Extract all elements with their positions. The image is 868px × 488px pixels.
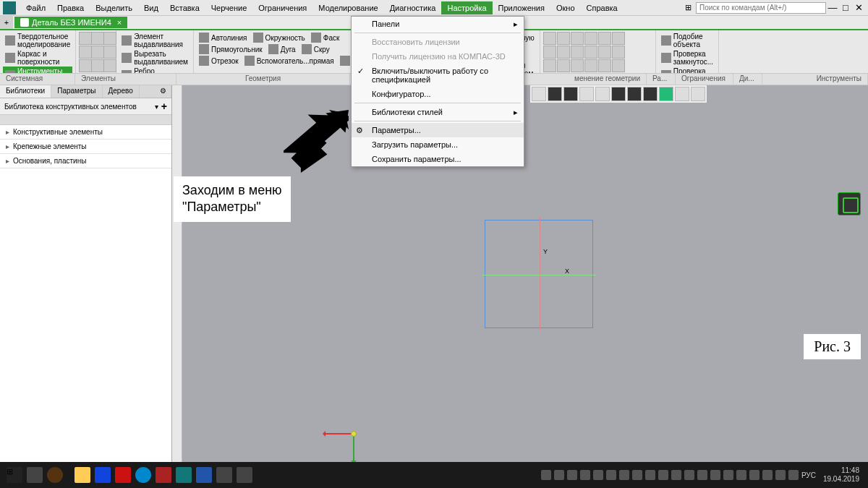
qtool-icon[interactable]: [91, 59, 104, 72]
sketch-tools-button[interactable]: Инструментыэскиза: [3, 67, 72, 74]
similar-object-button[interactable]: Подобиеобъекта: [659, 32, 715, 49]
check-closed-button[interactable]: Проверказамкнутос...: [659, 49, 715, 67]
fillet-button[interactable]: Скру: [299, 43, 332, 55]
menu-diagnostics[interactable]: Диагностика: [384, 1, 442, 14]
extrude-button[interactable]: Элементвыдавливания: [119, 32, 190, 49]
c-icon[interactable]: [598, 59, 611, 72]
sketch-plane[interactable]: Y X: [485, 220, 593, 328]
close-window-button[interactable]: ✕: [852, 2, 865, 13]
list-item[interactable]: ▸Основания, пластины: [0, 154, 171, 168]
tray-icon[interactable]: [645, 470, 655, 480]
c-icon[interactable]: [612, 59, 625, 72]
explorer-icon[interactable]: [75, 467, 90, 483]
taskbar-clock[interactable]: 11:48 19.04.2019: [819, 466, 864, 484]
qtool-icon[interactable]: [103, 32, 116, 45]
taskbar-app-icon[interactable]: [216, 467, 232, 483]
aux-line-button[interactable]: Вспомогатель...прямая: [242, 55, 336, 67]
dd-configurator[interactable]: Конфигуратор...: [352, 87, 524, 101]
menu-select[interactable]: Выделить: [90, 1, 138, 14]
c-icon[interactable]: [571, 59, 584, 72]
c-icon[interactable]: [571, 32, 584, 45]
start-button[interactable]: ⊞: [7, 467, 22, 483]
qtool-icon[interactable]: [103, 59, 116, 72]
tray-icon[interactable]: [736, 470, 746, 480]
rectangle-button[interactable]: Прямоугольник: [197, 43, 265, 55]
menu-settings[interactable]: Настройка: [441, 1, 492, 14]
view-tool-icon[interactable]: [659, 87, 673, 101]
chamfer-button[interactable]: Фаск: [309, 32, 342, 43]
tray-icon[interactable]: [671, 470, 681, 480]
menu-drawing[interactable]: Черчение: [205, 1, 253, 14]
wireframe-surfaces-button[interactable]: Каркас иповерхности: [3, 49, 72, 67]
view-tool-icon[interactable]: [548, 87, 562, 101]
maximize-button[interactable]: □: [839, 2, 852, 13]
taskbar-app-icon[interactable]: [95, 467, 111, 483]
solid-modeling-button[interactable]: Твердотельноемоделирование: [3, 32, 72, 49]
taskview-icon[interactable]: [27, 467, 43, 483]
qtool-icon[interactable]: [103, 46, 116, 59]
c-icon[interactable]: [612, 46, 625, 59]
sidebar-gear-icon[interactable]: ⚙: [156, 85, 171, 98]
menu-help[interactable]: Справка: [581, 1, 624, 14]
taskbar-app-icon[interactable]: [47, 467, 63, 483]
view-tool-icon[interactable]: [579, 87, 594, 101]
view-tool-icon[interactable]: [643, 87, 658, 101]
c-icon[interactable]: [584, 32, 597, 45]
list-item[interactable]: ▸Крепежные элементы: [0, 140, 171, 154]
qtool-icon[interactable]: [79, 59, 92, 72]
view-tool-icon[interactable]: [563, 87, 578, 101]
segment-button[interactable]: Отрезок: [197, 55, 241, 67]
dd-parameters[interactable]: ⚙Параметры...: [352, 123, 524, 137]
dd-save-params[interactable]: Сохранить параметры...: [352, 152, 524, 166]
language-indicator[interactable]: РУС: [801, 471, 816, 479]
view-tool-icon[interactable]: [611, 87, 626, 101]
view-tool-icon[interactable]: [675, 87, 689, 101]
view-tool-icon[interactable]: [691, 87, 705, 101]
sidebar-tab-libraries[interactable]: Библиотеки: [0, 85, 51, 98]
library-add-button[interactable]: +: [161, 100, 167, 112]
c-icon[interactable]: [543, 32, 556, 45]
check-closed2-button[interactable]: Проверказамкнутос...: [659, 67, 715, 74]
menu-view[interactable]: Вид: [138, 1, 164, 14]
qtool-icon[interactable]: [91, 32, 104, 45]
circle-button[interactable]: Окружность: [251, 32, 307, 43]
sidebar-tab-tree[interactable]: Дерево: [103, 85, 140, 98]
qtool-icon[interactable]: [79, 46, 92, 59]
menu-window[interactable]: Окно: [550, 1, 581, 14]
tray-icon[interactable]: [697, 470, 707, 480]
list-item[interactable]: ▸Конструктивные элементы: [0, 125, 171, 140]
menu-modeling[interactable]: Моделирование: [312, 1, 383, 14]
view-tool-icon[interactable]: [627, 87, 642, 101]
word-icon[interactable]: [196, 467, 212, 483]
c-icon[interactable]: [584, 46, 597, 59]
c-icon[interactable]: [571, 46, 584, 59]
taskbar-app-icon[interactable]: [156, 467, 171, 483]
new-doc-button[interactable]: +: [0, 16, 13, 29]
c-icon[interactable]: [543, 59, 556, 72]
dd-style-libs[interactable]: Библиотеки стилей: [352, 105, 524, 119]
c-icon[interactable]: [584, 59, 597, 72]
tray-icon[interactable]: [762, 470, 773, 480]
view-tool-icon[interactable]: [532, 87, 546, 101]
minimize-button[interactable]: —: [826, 2, 839, 13]
command-search-input[interactable]: [696, 2, 826, 14]
tray-icon[interactable]: [541, 470, 551, 480]
tray-icon[interactable]: [775, 470, 786, 480]
tray-icon[interactable]: [658, 470, 668, 480]
dd-load-params[interactable]: Загрузить параметры...: [352, 137, 524, 152]
menu-apps[interactable]: Приложения: [493, 1, 550, 14]
c-icon[interactable]: [557, 32, 570, 45]
cut-extrude-button[interactable]: Вырезатьвыдавливанием: [119, 49, 190, 67]
sidebar-tab-parameters[interactable]: Параметры: [51, 85, 102, 98]
tray-icon[interactable]: [788, 470, 799, 480]
view-tool-icon[interactable]: [595, 87, 610, 101]
tray-icon[interactable]: [723, 470, 733, 480]
edge-icon[interactable]: [135, 467, 151, 483]
menu-edit[interactable]: Правка: [51, 1, 90, 14]
tray-icon[interactable]: [619, 470, 629, 480]
tray-icon[interactable]: [567, 470, 577, 480]
library-dropdown-icon[interactable]: ▾: [155, 103, 158, 111]
workspace-icon[interactable]: ⊞: [685, 3, 692, 12]
taskbar-app-icon[interactable]: [237, 467, 252, 483]
tray-icon[interactable]: [684, 470, 694, 480]
